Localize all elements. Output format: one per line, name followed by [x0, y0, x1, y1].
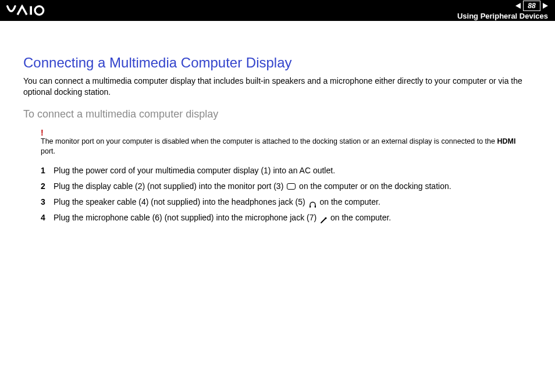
subheading: To connect a multimedia computer display: [23, 108, 532, 120]
prev-page-icon[interactable]: [515, 3, 521, 9]
microphone-icon: [320, 215, 327, 222]
warning-note: ! The monitor port on your computer is d…: [41, 129, 532, 156]
header-section-title: Using Peripheral Devices: [457, 12, 548, 20]
svg-rect-3: [314, 205, 315, 208]
page-title: Connecting a Multimedia Computer Display: [23, 55, 532, 71]
step-item: Plug the power cord of your multimedia c…: [41, 165, 532, 177]
page-nav: 88: [515, 1, 548, 11]
intro-paragraph: You can connect a multimedia computer di…: [23, 76, 532, 98]
page-header: 88 Using Peripheral Devices: [0, 0, 555, 21]
monitor-port-icon: [287, 183, 296, 190]
step-item: Plug the microphone cable (6) (not suppl…: [41, 212, 532, 224]
next-page-icon[interactable]: [543, 3, 548, 9]
exclamation-icon: !: [41, 129, 532, 137]
page-number: 88: [523, 1, 540, 11]
svg-point-5: [325, 217, 326, 219]
svg-rect-2: [309, 205, 311, 208]
svg-point-1: [35, 6, 44, 15]
svg-rect-0: [30, 6, 32, 15]
vaio-logo: [6, 5, 62, 16]
svg-line-4: [321, 218, 326, 223]
steps-list: Plug the power cord of your multimedia c…: [41, 165, 532, 224]
page-content: Connecting a Multimedia Computer Display…: [0, 21, 555, 224]
step-item: Plug the speaker cable (4) (not supplied…: [41, 196, 532, 208]
step-item: Plug the display cable (2) (not supplied…: [41, 180, 532, 193]
note-text: The monitor port on your computer is dis…: [41, 137, 532, 156]
headphones-icon: [309, 199, 316, 206]
